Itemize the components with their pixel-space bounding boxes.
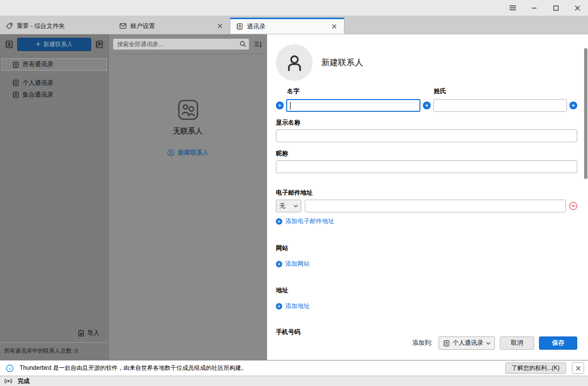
scrollbar-thumb[interactable] bbox=[584, 48, 588, 179]
phone-section-label: 手机号码 bbox=[276, 329, 300, 335]
import-button-label: 导入 bbox=[87, 329, 99, 337]
sort-options-icon[interactable] bbox=[254, 41, 262, 48]
tab-bar: 重要 - 综合文件夹 账户设置 通讯录 bbox=[0, 16, 588, 34]
contact-avatar[interactable] bbox=[276, 44, 313, 81]
minimize-button[interactable] bbox=[523, 0, 545, 16]
display-name-label: 显示名称 bbox=[276, 119, 300, 126]
nickname-input[interactable] bbox=[276, 160, 577, 173]
search-icon bbox=[240, 41, 246, 47]
new-contact-button[interactable]: 新建联系人 bbox=[17, 38, 91, 51]
address-book-icon bbox=[236, 23, 243, 30]
tab-label: 重要 - 综合文件夹 bbox=[17, 22, 65, 30]
add-name-field-icon[interactable] bbox=[276, 102, 284, 109]
email-input[interactable] bbox=[305, 200, 566, 212]
text-caret bbox=[290, 102, 291, 109]
add-address-link[interactable]: 添加地址 bbox=[276, 302, 310, 310]
email-type-select[interactable]: 无 bbox=[276, 200, 301, 212]
chevron-down-icon bbox=[294, 205, 298, 207]
search-row bbox=[109, 34, 267, 54]
sidebar-item-label: 所有通讯录 bbox=[23, 60, 53, 69]
nickname-label: 昵称 bbox=[276, 150, 288, 157]
add-email-label: 添加电子邮件地址 bbox=[285, 217, 334, 226]
add-to-label: 添加到: bbox=[413, 339, 433, 347]
address-book-icon bbox=[12, 79, 19, 86]
app-menu-icon[interactable] bbox=[502, 0, 523, 16]
email-type-value: 无 bbox=[279, 202, 286, 210]
plus-icon bbox=[276, 303, 282, 309]
save-button[interactable]: 保存 bbox=[539, 336, 577, 350]
tab-address-book[interactable]: 通讯录 bbox=[230, 18, 344, 34]
sidebar-footer: 导入 所有通讯录中的联系人总数: 0 bbox=[0, 325, 108, 360]
empty-contacts-state: 无联系人 新建联系人 bbox=[109, 99, 267, 157]
plus-icon bbox=[276, 218, 282, 225]
contact-list-pane: 无联系人 新建联系人 bbox=[109, 34, 267, 360]
website-section-label: 网站 bbox=[276, 245, 288, 252]
mail-icon bbox=[120, 23, 126, 29]
info-icon bbox=[6, 364, 14, 372]
last-name-input[interactable] bbox=[433, 99, 567, 112]
target-book-value: 个人通讯录 bbox=[453, 339, 484, 347]
add-contact-icon bbox=[167, 149, 174, 156]
import-button[interactable]: 导入 bbox=[78, 329, 99, 337]
address-book-icon bbox=[443, 340, 450, 347]
import-icon bbox=[78, 330, 84, 337]
empty-state-new-contact-link[interactable]: 新建联系人 bbox=[167, 149, 209, 157]
address-book-icon bbox=[12, 61, 19, 68]
contacts-total-row: 所有通讯录中的联系人总数: 0 bbox=[0, 342, 108, 360]
form-footer: 添加到: 个人通讯录 取消 保存 bbox=[276, 336, 577, 362]
sidebar-book-list: 个人通讯录 集合通讯录 bbox=[0, 77, 108, 101]
search-input[interactable] bbox=[117, 41, 237, 48]
display-name-input[interactable] bbox=[276, 129, 577, 142]
add-address-label: 添加地址 bbox=[285, 302, 310, 310]
titlebar bbox=[0, 0, 588, 16]
first-name-input[interactable] bbox=[286, 99, 420, 112]
contacts-group-icon bbox=[177, 99, 199, 121]
maximize-button[interactable] bbox=[545, 0, 566, 16]
empty-state-title: 无联系人 bbox=[173, 127, 203, 136]
tab-account-settings[interactable]: 账户设置 bbox=[114, 18, 230, 34]
broadcast-icon bbox=[4, 378, 13, 385]
contact-form-title: 新建联系人 bbox=[321, 57, 363, 68]
new-address-book-icon[interactable] bbox=[5, 40, 13, 49]
sidebar-item-label: 个人通讯录 bbox=[23, 79, 53, 87]
email-section-label: 电子邮件地址 bbox=[276, 189, 313, 196]
know-your-rights-button[interactable]: 了解您的权利...(K) bbox=[505, 362, 566, 374]
sidebar-item-all-address-books[interactable]: 所有通讯录 bbox=[1, 58, 107, 71]
new-contact-button-label: 新建联系人 bbox=[44, 40, 73, 49]
first-name-label: 名字 bbox=[287, 87, 420, 96]
email-row: 无 bbox=[276, 200, 577, 212]
sidebar-item-collected-addresses[interactable]: 集合通讯录 bbox=[0, 89, 108, 101]
notification-close-button[interactable] bbox=[572, 362, 584, 374]
notification-message: Thunderbird 是一款自由且开源的软件，由来自世界各地数千位成员组成的社… bbox=[20, 364, 499, 372]
cancel-button[interactable]: 取消 bbox=[500, 336, 534, 350]
tab-close-icon[interactable] bbox=[329, 22, 339, 31]
add-name-field-icon[interactable] bbox=[569, 102, 577, 109]
last-name-label: 姓氏 bbox=[434, 87, 567, 96]
name-fields: 名字 姓氏 bbox=[276, 87, 577, 112]
contact-edit-pane: 新建联系人 名字 姓氏 显示名称 bbox=[267, 34, 588, 360]
search-box[interactable] bbox=[113, 38, 249, 50]
add-name-field-icon[interactable] bbox=[423, 102, 431, 109]
close-button[interactable] bbox=[566, 0, 588, 16]
remove-email-icon[interactable] bbox=[569, 202, 577, 210]
address-book-icon bbox=[12, 91, 19, 98]
main-content: 新建联系人 所有通讯录 bbox=[0, 34, 588, 360]
status-bar: 完成 bbox=[0, 376, 588, 386]
sidebar-item-personal-address-book[interactable]: 个人通讯录 bbox=[0, 77, 108, 89]
tab-mail[interactable]: 重要 - 综合文件夹 bbox=[0, 18, 114, 34]
address-book-sidebar: 新建联系人 所有通讯录 bbox=[0, 34, 109, 360]
app-window: 重要 - 综合文件夹 账户设置 通讯录 bbox=[0, 0, 588, 386]
sidebar-item-label: 集合通讯录 bbox=[23, 91, 53, 99]
tab-label: 账户设置 bbox=[130, 22, 155, 30]
notification-bar: Thunderbird 是一款自由且开源的软件，由来自世界各地数千位成员组成的社… bbox=[0, 360, 588, 376]
tab-close-icon[interactable] bbox=[215, 21, 225, 31]
chevron-down-icon bbox=[486, 342, 490, 345]
contacts-total-count: 0 bbox=[74, 348, 77, 354]
tab-label: 通讯录 bbox=[247, 23, 266, 31]
add-website-link[interactable]: 添加网站 bbox=[276, 260, 310, 268]
empty-state-link-label: 新建联系人 bbox=[178, 149, 209, 157]
address-book-left-region: 新建联系人 所有通讯录 bbox=[0, 34, 267, 360]
new-list-icon[interactable] bbox=[95, 40, 103, 49]
target-book-select[interactable]: 个人通讯录 bbox=[439, 336, 495, 350]
add-email-link[interactable]: 添加电子邮件地址 bbox=[276, 217, 334, 226]
